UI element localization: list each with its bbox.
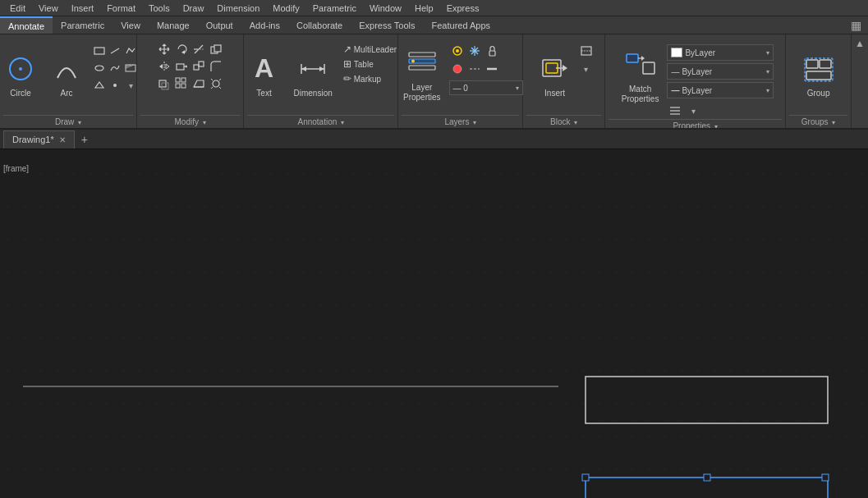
modify-explode-icon[interactable] [208,75,224,92]
layer-freeze-icon[interactable] [466,43,483,59]
modify-erase-icon[interactable] [191,75,207,92]
drawing-canvas[interactable]: [frame] [0,149,868,498]
menu-dimension[interactable]: Dimension [210,2,266,15]
table-button[interactable]: ⊞ Table [341,57,399,71]
workspace-icon[interactable]: ▦ [851,19,861,32]
properties-list-icon[interactable] [667,103,683,119]
multileader-button[interactable]: ↗ MultiLeader [341,43,399,56]
linetype-dropdown[interactable]: — ByLayer ▾ [667,63,774,80]
modify-scale-icon[interactable] [191,58,207,75]
lineweight-dropdown[interactable]: — ByLayer ▾ [667,82,774,98]
layer-color-icon[interactable] [449,61,466,77]
svg-rect-65 [643,62,654,74]
menu-edit[interactable]: Edit [3,2,32,15]
ribbon-collapse[interactable]: ▲ [852,34,868,128]
layer-properties-button[interactable]: LayerProperties [398,39,446,110]
menu-parametric[interactable]: Parametric [306,2,363,15]
tab-annotate[interactable]: Annotate [0,16,53,34]
modify-rotate-icon[interactable] [173,41,190,57]
ribbon-group-properties: MatchProperties ByLayer ▾ — ByLayer ▾ [605,34,786,128]
draw-ellipse-icon[interactable] [91,60,108,76]
doc-tab-drawing1[interactable]: Drawing1* ✕ [3,130,75,148]
modify-array-icon[interactable] [173,75,190,92]
layer-select-dropdown[interactable]: — 0 ▾ [449,80,523,95]
match-properties-button[interactable]: MatchProperties [617,41,664,112]
tab-collaborate[interactable]: Collaborate [288,16,351,34]
menu-express[interactable]: Express [440,2,486,15]
dimension-button[interactable]: Dimension [289,39,338,110]
group-button[interactable]: Group [797,39,840,110]
block-more-icon[interactable]: ▾ [578,61,595,77]
block-more-arrow: ▾ [584,65,588,74]
menu-tools[interactable]: Tools [142,2,177,15]
insert-button[interactable]: Insert [534,39,576,110]
draw-more-icon[interactable]: ▾ [122,77,139,94]
draw-hatch-icon[interactable] [122,60,139,76]
menu-insert[interactable]: Insert [65,2,101,15]
annotation-label-text: Annotation [297,117,337,126]
circle-label: Circle [10,89,31,98]
layer-lineweight-icon[interactable] [484,61,500,77]
draw-poly-icon[interactable] [122,43,139,59]
draw-point-icon[interactable] [107,77,123,94]
arc-button[interactable]: Arc [45,39,88,110]
color-swatch [671,48,682,57]
tab-output[interactable]: Output [198,16,241,34]
block-group-label[interactable]: Block ▾ [526,115,601,128]
insert-label: Insert [544,89,565,98]
block-dropdown-arrow: ▾ [574,119,577,126]
tab-featured-apps[interactable]: Featured Apps [424,16,499,34]
svg-point-47 [411,60,415,63]
menu-window[interactable]: Window [363,2,408,15]
layer-lock-icon[interactable] [484,43,500,59]
menu-draw[interactable]: Draw [177,2,211,15]
svg-marker-18 [166,64,169,69]
draw-line-icon[interactable] [107,43,123,59]
modify-fillet-icon[interactable] [208,58,224,75]
modify-stretch-icon[interactable] [173,58,190,75]
groups-label-text: Groups [801,117,829,126]
menu-format[interactable]: Format [100,2,142,15]
tab-view[interactable]: View [113,16,149,34]
menu-modify[interactable]: Modify [266,2,305,15]
properties-group-label[interactable]: Properties ▾ [609,119,782,130]
properties-more-icon[interactable]: ▾ [685,103,701,119]
create-block-icon[interactable] [578,43,595,59]
groups-group-label[interactable]: Groups ▾ [789,115,847,128]
layer-on-icon[interactable] [449,43,466,59]
modify-group-label[interactable]: Modify ▾ [140,115,240,128]
layer-properties-icon [406,47,439,80]
properties-label-text: Properties [673,121,710,130]
modify-copy-icon[interactable] [208,41,224,57]
svg-rect-26 [159,80,166,87]
draw-rect-icon[interactable] [91,43,108,59]
markup-button[interactable]: ✏ Markup [341,72,399,85]
modify-trim-icon[interactable] [191,41,207,57]
draw-group-label[interactable]: Draw ▾ [3,115,133,128]
menu-help[interactable]: Help [408,2,440,15]
doc-tab-add[interactable]: + [75,130,94,148]
modify-offset-icon[interactable] [156,75,172,92]
layers-group-label[interactable]: [frame] Layers ▾ [402,115,519,128]
tab-add-ins[interactable]: Add-ins [241,16,288,34]
tab-parametric[interactable]: Parametric [53,16,113,34]
linetype-icon: — [671,67,679,76]
draw-region-icon[interactable] [91,77,108,94]
layer-linetype-icon[interactable] [466,61,483,77]
modify-move-icon[interactable] [156,41,172,57]
tab-manage[interactable]: Manage [149,16,198,34]
draw-spline-icon[interactable] [107,60,123,76]
circle-button[interactable]: Circle [0,39,42,110]
dimension-label: Dimension [294,89,333,98]
text-button[interactable]: A Text [243,39,286,110]
modify-mirror-icon[interactable] [156,58,172,75]
color-dropdown[interactable]: ByLayer ▾ [667,44,774,61]
doc-tab-close[interactable]: ✕ [59,135,66,144]
menu-view[interactable]: View [32,2,65,15]
tab-express-tools[interactable]: Express Tools [351,16,423,34]
ribbon-group-draw: Circle Arc [0,34,137,128]
arc-icon [50,53,83,85]
text-label: Text [256,89,271,98]
modify-label-text: Modify [175,117,199,126]
annotation-group-label[interactable]: Annotation ▾ [247,115,394,128]
